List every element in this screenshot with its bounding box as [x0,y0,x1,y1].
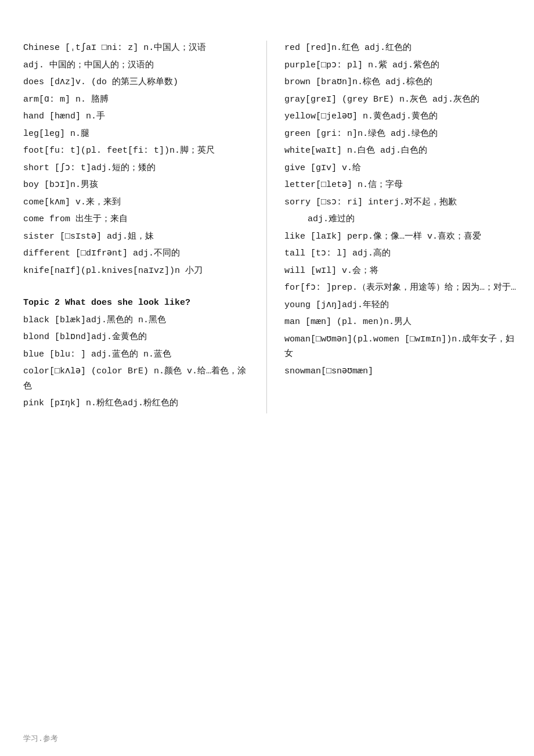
left-entry-20: pink [pɪŋk] n.粉红色adj.粉红色的 [23,396,255,411]
main-content: Chinese [ˌtʃaɪ □niː z] n.中国人；汉语adj. 中国的；… [0,41,534,413]
right-entry-16: man [mæn] (pl. men)n.男人 [284,315,522,330]
left-entry-3: arm[ɑː m] n. 胳膊 [23,92,255,107]
right-entry-1: purple[□pɔː pl] n.紫 adj.紫色的 [284,58,522,73]
left-entry-17: blond [blɒnd]adj.金黄色的 [23,330,255,345]
right-entry-17: woman[□wʊmən](pl.women [□wɪmɪn])n.成年女子，妇… [284,332,522,362]
left-entry-2: does [dʌz]v. (do 的第三人称单数) [23,75,255,90]
page-container: Chinese [ˌtʃaɪ □niː z] n.中国人；汉语adj. 中国的；… [0,0,534,756]
left-entry-9: come[kʌm] v.来，来到 [23,195,255,210]
left-entry-5: leg[leg] n.腿 [23,127,255,142]
right-entry-15: young [jʌŋ]adj.年轻的 [284,298,522,313]
left-entry-19: color[□kʌlə] (color BrE) n.颜色 v.给…着色，涂色 [23,364,255,394]
right-entry-2: brown [braʊn]n.棕色 adj.棕色的 [284,75,522,90]
right-entry-12: tall [tɔː l] adj.高的 [284,246,522,261]
left-entry-14 [23,280,255,290]
left-entry-10: come from 出生于；来自 [23,212,255,227]
right-entry-5: green [griː n]n.绿色 adj.绿色的 [284,127,522,142]
watermark: 学习.参考 [23,733,58,746]
left-entry-1: adj. 中国的；中国人的；汉语的 [23,58,255,73]
left-entry-13: knife[naɪf](pl.knives[naɪvz])n 小刀 [23,264,255,279]
left-entry-0: Chinese [ˌtʃaɪ □niː z] n.中国人；汉语 [23,41,255,56]
right-entry-18: snowman[□snəʊmæn] [284,364,522,379]
left-entry-12: different [□dɪfrənt] adj.不同的 [23,246,255,261]
left-entry-11: sister [□sɪstə] adj.姐，妹 [23,229,255,244]
right-entry-3: gray[greɪ] (grey BrE) n.灰色 adj.灰色的 [284,92,522,107]
right-entry-6: white[waɪt] n.白色 adj.白色的 [284,143,522,159]
right-entry-0: red [red]n.红色 adj.红色的 [284,41,522,56]
left-entry-8: boy [bɔɪ]n.男孩 [23,178,255,193]
right-entry-13: will [wɪl] v.会；将 [284,264,522,279]
right-column: red [red]n.红色 adj.红色的purple[□pɔː pl] n.紫… [267,41,534,413]
right-entry-7: give [gɪv] v.给 [284,161,522,176]
right-entry-10: adj.难过的 [284,212,522,227]
left-entry-16: black [blæk]adj.黑色的 n.黑色 [23,313,255,328]
right-entry-9: sorry [□sɔː ri] interj.对不起，抱歉 [284,195,522,210]
left-entry-4: hand [hænd] n.手 [23,109,255,124]
left-column: Chinese [ˌtʃaɪ □niː z] n.中国人；汉语adj. 中国的；… [0,41,267,413]
left-entry-7: short [ʃɔː t]adj.短的；矮的 [23,161,255,176]
right-entry-8: letter[□letə] n.信；字母 [284,178,522,193]
left-entry-18: blue [bluː ] adj.蓝色的 n.蓝色 [23,347,255,362]
left-entry-15: Topic 2 What does she look like? [23,296,255,311]
right-entry-4: yellow[□jeləʊ] n.黄色adj.黄色的 [284,109,522,124]
left-entry-6: foot[fuː t](pl. feet[fiː t])n.脚；英尺 [23,143,255,159]
right-entry-14: for[fɔː ]prep.（表示对象，用途等）给；因为…；对于… [284,280,522,296]
right-entry-11: like [laɪk] perp.像；像…一样 v.喜欢；喜爱 [284,229,522,244]
top-spacer [0,17,534,41]
